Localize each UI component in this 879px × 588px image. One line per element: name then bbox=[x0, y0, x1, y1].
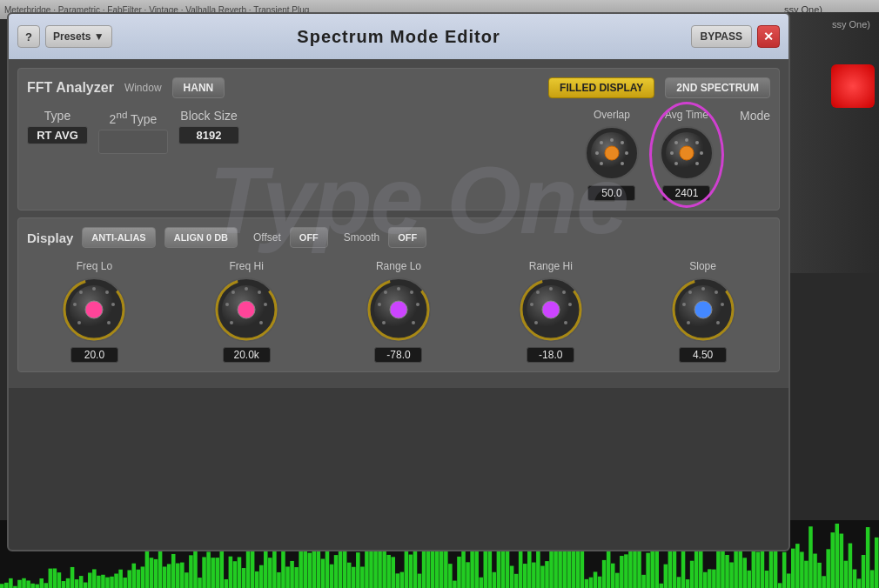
svg-point-69 bbox=[715, 291, 718, 294]
overlap-knob[interactable] bbox=[581, 123, 642, 184]
svg-point-40 bbox=[225, 303, 229, 306]
display-knob-label-4: Slope bbox=[689, 260, 716, 272]
anti-alias-button[interactable]: ANTI-ALIAS bbox=[82, 227, 155, 248]
offset-label: Offset bbox=[253, 231, 281, 244]
plugin-title: Spectrum Mode Editor bbox=[297, 27, 500, 47]
overlap-label: Overlap bbox=[594, 109, 630, 121]
svg-point-19 bbox=[674, 141, 678, 144]
svg-point-37 bbox=[264, 303, 267, 306]
title-bar-right: BYPASS ✕ bbox=[691, 25, 780, 48]
right-partial-label: ssy One) bbox=[832, 19, 870, 30]
display-knob-0[interactable] bbox=[58, 274, 130, 345]
smooth-value-button[interactable]: OFF bbox=[388, 227, 426, 248]
display-knob-value-1: 20.0k bbox=[223, 347, 271, 363]
block-size-value[interactable]: 8192 bbox=[178, 126, 239, 144]
svg-point-12 bbox=[680, 146, 694, 160]
avg-time-knob[interactable] bbox=[656, 123, 717, 184]
svg-point-45 bbox=[390, 301, 407, 318]
fft-main-row: Type RT AVG 2nd Type Block Size 8192 bbox=[27, 109, 770, 201]
svg-point-13 bbox=[685, 138, 688, 142]
display-knob-label-1: Freq Hi bbox=[230, 260, 264, 272]
svg-point-15 bbox=[700, 151, 703, 155]
help-button[interactable]: ? bbox=[17, 25, 40, 48]
display-knob-label-3: Range Hi bbox=[529, 260, 573, 272]
svg-point-73 bbox=[682, 303, 686, 306]
svg-point-57 bbox=[549, 287, 553, 291]
second-type-value[interactable] bbox=[98, 130, 168, 154]
svg-point-27 bbox=[107, 321, 111, 324]
svg-point-7 bbox=[600, 162, 603, 165]
svg-point-18 bbox=[670, 151, 674, 155]
window-label: Window bbox=[124, 82, 162, 94]
type-value[interactable]: RT AVG bbox=[27, 126, 88, 144]
svg-point-38 bbox=[259, 321, 263, 324]
svg-point-58 bbox=[562, 291, 566, 294]
display-knob-container-3: Range Hi -18.0 bbox=[515, 260, 587, 363]
display-knob-label-0: Freq Lo bbox=[77, 260, 112, 272]
svg-point-68 bbox=[701, 287, 705, 291]
display-knob-4[interactable] bbox=[668, 274, 739, 345]
second-spectrum-button[interactable]: 2ND SPECTRUM bbox=[665, 77, 770, 98]
svg-point-26 bbox=[111, 303, 115, 306]
avg-time-value: 2401 bbox=[662, 185, 710, 201]
svg-point-2 bbox=[605, 146, 619, 160]
close-button[interactable]: ✕ bbox=[757, 25, 780, 48]
svg-point-41 bbox=[231, 291, 235, 294]
plugin-body: Type One FFT Analyzer Window HANN FILLED… bbox=[9, 59, 788, 388]
display-knob-container-2: Range Lo -78.0 bbox=[363, 260, 434, 363]
display-section: Display ANTI-ALIAS ALIGN 0 DB Offset OFF… bbox=[17, 217, 780, 372]
red-logo bbox=[831, 64, 875, 108]
svg-point-67 bbox=[694, 301, 712, 318]
svg-point-6 bbox=[621, 162, 624, 165]
svg-point-56 bbox=[542, 301, 560, 318]
mode-label: Mode bbox=[740, 109, 770, 123]
presets-button[interactable]: Presets ▼ bbox=[45, 25, 112, 48]
type-group: Type RT AVG bbox=[27, 109, 88, 154]
display-title: Display bbox=[27, 231, 73, 245]
svg-point-51 bbox=[378, 303, 381, 306]
fft-section: FFT Analyzer Window HANN FILLED DISPLAY … bbox=[17, 68, 780, 210]
svg-point-39 bbox=[230, 321, 233, 324]
svg-point-59 bbox=[568, 303, 572, 306]
svg-point-8 bbox=[595, 151, 599, 155]
svg-point-35 bbox=[245, 287, 248, 291]
fft-right-controls: Overlap bbox=[581, 109, 770, 201]
filled-display-button[interactable]: FILLED DISPLAY bbox=[548, 77, 654, 98]
fft-header: FFT Analyzer Window HANN FILLED DISPLAY … bbox=[27, 77, 770, 98]
svg-point-72 bbox=[687, 321, 690, 324]
display-knob-1[interactable] bbox=[211, 274, 282, 345]
svg-point-48 bbox=[416, 303, 419, 306]
second-type-group: 2nd Type bbox=[98, 109, 168, 154]
svg-point-61 bbox=[534, 321, 538, 324]
title-bar-left: ? Presets ▼ bbox=[17, 25, 112, 48]
display-knob-2[interactable] bbox=[363, 274, 434, 345]
offset-value-button[interactable]: OFF bbox=[290, 227, 328, 248]
display-knob-container-1: Freq Hi 20.0k bbox=[211, 260, 282, 363]
svg-point-29 bbox=[73, 303, 77, 306]
svg-point-16 bbox=[695, 162, 699, 165]
svg-point-49 bbox=[412, 321, 415, 324]
svg-point-47 bbox=[410, 291, 413, 294]
svg-point-23 bbox=[85, 301, 103, 318]
svg-point-5 bbox=[625, 151, 628, 155]
align-db-button[interactable]: ALIGN 0 DB bbox=[164, 227, 238, 248]
svg-point-3 bbox=[610, 138, 614, 142]
svg-point-28 bbox=[77, 321, 81, 324]
svg-point-52 bbox=[384, 291, 387, 294]
fft-title: FFT Analyzer bbox=[27, 80, 114, 96]
svg-point-63 bbox=[536, 291, 540, 294]
svg-point-4 bbox=[621, 141, 624, 144]
fft-left-controls: Type RT AVG 2nd Type Block Size 8192 bbox=[27, 109, 564, 154]
svg-point-17 bbox=[674, 162, 678, 165]
svg-point-62 bbox=[530, 303, 533, 306]
svg-point-25 bbox=[105, 291, 109, 294]
svg-point-71 bbox=[716, 321, 720, 324]
svg-point-60 bbox=[564, 321, 567, 324]
display-header: Display ANTI-ALIAS ALIGN 0 DB Offset OFF… bbox=[27, 227, 770, 248]
display-knob-3[interactable] bbox=[515, 274, 587, 345]
svg-point-9 bbox=[600, 141, 603, 144]
svg-point-36 bbox=[258, 291, 261, 294]
hann-button[interactable]: HANN bbox=[172, 77, 225, 98]
svg-point-70 bbox=[721, 303, 724, 306]
bypass-button[interactable]: BYPASS bbox=[691, 25, 752, 48]
